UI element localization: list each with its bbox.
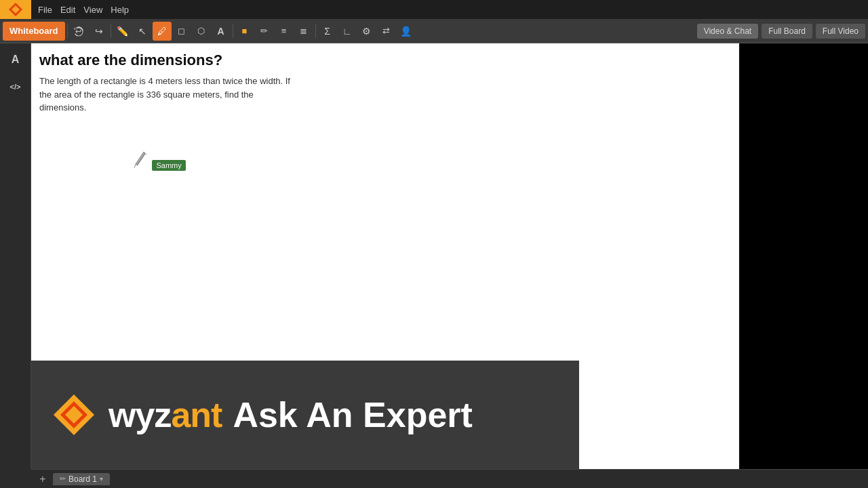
board-tab-label: Board 1 [68,474,97,484]
undo-icon: ↩ [74,26,85,37]
user-cursor-sammy: Sammy [134,150,186,171]
draw-icon: ✏️ [117,26,128,37]
ant-text: ant [171,394,222,435]
sammy-name-label: Sammy [152,160,185,171]
wyzant-brand-text: wyzant [108,394,222,435]
board-tab-arrow-icon: ▾ [100,475,103,483]
video-chat-button[interactable]: Video & Chat [697,24,759,39]
sidebar-item-text[interactable]: A [5,49,26,70]
select-icon: ↖ [138,26,146,37]
wyzant-diamond-logo [50,391,98,439]
redo-icon: ↪ [95,26,103,37]
line-style-1-button[interactable]: ≡ [275,22,294,41]
board-bar: + ✏ Board 1 ▾ [31,469,868,488]
whiteboard-tab-button[interactable]: Whiteboard [3,22,65,41]
text-button[interactable]: A [212,22,231,41]
settings-button[interactable]: ⚙ [357,22,376,41]
toolbar: Whiteboard ↩ ↪ ✏️ ↖ 🖊 ◻ ⬡ A ■ ✏ [0,19,868,43]
pencil-cursor-icon [134,150,149,168]
redo-button[interactable]: ↪ [90,22,108,41]
upload-button[interactable]: 👤 [397,22,416,41]
sigma-button[interactable]: Σ [318,22,337,41]
separator-1 [67,24,68,38]
separator-3 [233,24,233,38]
gear-icon: ⚙ [362,26,371,37]
pen-color-button[interactable]: ✏ [255,22,274,41]
fill-color-icon: ■ [242,26,248,36]
svg-marker-4 [136,152,146,165]
expand-icon: ⇄ [382,26,390,36]
line-style-1-icon: ≡ [281,26,287,36]
undo-button[interactable]: ↩ [70,22,89,41]
full-board-button[interactable]: Full Board [762,24,812,39]
wyz-text: wyz [108,394,171,435]
video-panel [739,43,868,469]
sigma-icon: Σ [324,26,330,37]
menu-item-file[interactable]: File [34,3,56,16]
draw-button[interactable]: ✏️ [113,22,132,41]
eraser-icon: ◻ [178,26,185,36]
separator-2 [111,24,111,38]
board-tab-1[interactable]: ✏ Board 1 ▾ [53,473,110,485]
expand-button[interactable]: ⇄ [377,22,396,41]
pen-icon: 🖊 [157,26,167,37]
pen-color-icon: ✏ [260,26,268,36]
question-title: what are the dimensions? [39,52,222,69]
question-body: The length of a rectangle is 4 meters le… [39,75,297,115]
whiteboard-canvas[interactable]: what are the dimensions? The length of a… [31,43,739,469]
add-board-button[interactable]: + [35,472,50,487]
line-style-2-icon: ≣ [300,26,307,36]
ask-expert-text: Ask An Expert [233,394,473,435]
sidebar-item-code[interactable]: </> [5,76,26,98]
app-logo [0,0,31,19]
svg-line-5 [134,164,136,168]
menu-item-help[interactable]: Help [106,3,133,16]
angle-icon: ∟ [342,26,352,37]
fill-color-button[interactable]: ■ [235,22,254,41]
upload-icon: 👤 [400,26,412,37]
left-sidebar: A </> [0,43,31,469]
shapes-icon: ⬡ [197,26,205,36]
wyzant-footer: wyzant Ask An Expert [31,361,579,469]
eraser-button[interactable]: ◻ [172,22,191,41]
line-style-2-button[interactable]: ≣ [294,22,313,41]
logo-icon [7,1,24,18]
menu-item-view[interactable]: View [79,3,106,16]
angle-button[interactable]: ∟ [338,22,357,41]
menu-item-edit[interactable]: Edit [56,3,79,16]
text-icon: A [217,26,224,37]
separator-4 [315,24,316,38]
svg-text:↩: ↩ [75,27,81,35]
full-video-button[interactable]: Full Video [816,24,865,39]
board-tab-pen-icon: ✏ [60,474,66,483]
select-button[interactable]: ↖ [133,22,152,41]
main-layout: A </> what are the dimensions? The lengt… [0,43,868,469]
shapes-button[interactable]: ⬡ [192,22,211,41]
pen-button[interactable]: 🖊 [153,22,172,41]
